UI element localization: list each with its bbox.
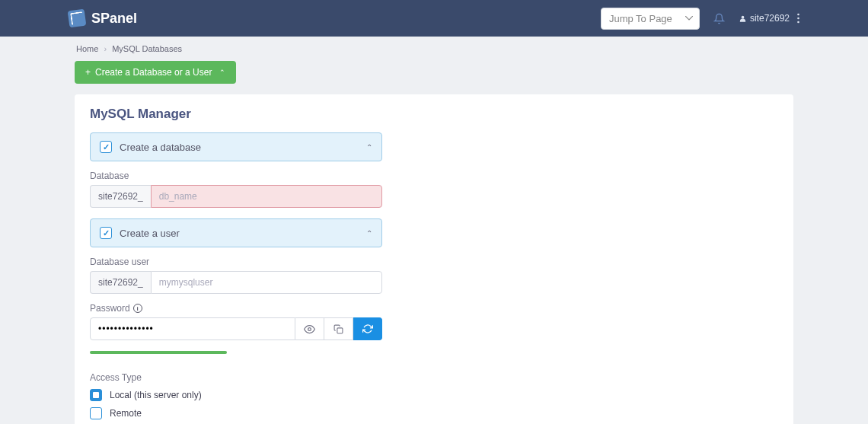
- access-local-label: Local (this server only): [110, 390, 202, 400]
- chevron-up-icon: ⌃: [219, 69, 225, 76]
- svg-point-3: [797, 21, 799, 24]
- svg-point-2: [797, 18, 799, 20]
- create-database-title: Create a database: [120, 142, 359, 153]
- database-user-input[interactable]: [151, 271, 382, 294]
- logo-icon: [68, 9, 87, 28]
- password-input[interactable]: [90, 317, 295, 340]
- page-title: MySQL Manager: [90, 107, 778, 122]
- copy-password-button[interactable]: [324, 317, 353, 340]
- more-menu-icon[interactable]: [797, 13, 799, 24]
- database-name-input[interactable]: [151, 185, 382, 208]
- chevron-up-icon: ⌃: [366, 143, 372, 151]
- chevron-up-icon: ⌃: [366, 229, 372, 238]
- jump-to-page-select[interactable]: Jump To Page: [601, 8, 700, 30]
- refresh-icon: [362, 324, 373, 334]
- access-type-label: Access Type: [90, 372, 778, 383]
- breadcrumb: Home › MySQL Databases: [75, 37, 793, 61]
- toggle-password-visibility-button[interactable]: [295, 317, 324, 340]
- create-user-title: Create a user: [120, 228, 359, 239]
- create-database-or-user-button[interactable]: + Create a Database or a User ⌃: [75, 61, 236, 84]
- create-user-checkbox[interactable]: [100, 227, 112, 239]
- user-menu[interactable]: site72692: [739, 13, 790, 24]
- brand-name: SPanel: [91, 11, 137, 27]
- brand-logo[interactable]: SPanel: [69, 10, 137, 27]
- svg-rect-5: [337, 327, 343, 333]
- chevron-right-icon: ›: [104, 44, 107, 53]
- svg-point-0: [742, 15, 745, 18]
- access-remote-checkbox[interactable]: [90, 407, 102, 419]
- eye-icon: [304, 324, 315, 335]
- password-field-label: Password: [90, 303, 130, 314]
- create-database-checkbox[interactable]: [100, 141, 112, 153]
- user-prefix: site72692_: [90, 271, 151, 294]
- database-user-field-label: Database user: [90, 257, 778, 267]
- create-user-accordion[interactable]: Create a user ⌃: [90, 218, 382, 247]
- access-remote-label: Remote: [110, 408, 142, 419]
- notifications-icon[interactable]: [713, 13, 725, 24]
- info-icon[interactable]: i: [133, 304, 142, 313]
- create-database-accordion[interactable]: Create a database ⌃: [90, 132, 382, 161]
- copy-icon: [333, 324, 343, 334]
- plus-icon: +: [85, 67, 91, 78]
- password-strength-bar: [90, 351, 227, 354]
- access-local-checkbox[interactable]: [90, 389, 102, 401]
- database-prefix: site72692_: [90, 185, 151, 208]
- svg-point-4: [308, 327, 311, 330]
- generate-password-button[interactable]: [353, 317, 382, 340]
- username-label: site72692: [750, 13, 790, 24]
- create-button-label: Create a Database or a User: [95, 67, 212, 78]
- database-field-label: Database: [90, 171, 778, 181]
- breadcrumb-current: MySQL Databases: [112, 44, 182, 53]
- svg-point-1: [797, 14, 799, 16]
- breadcrumb-home[interactable]: Home: [76, 44, 98, 53]
